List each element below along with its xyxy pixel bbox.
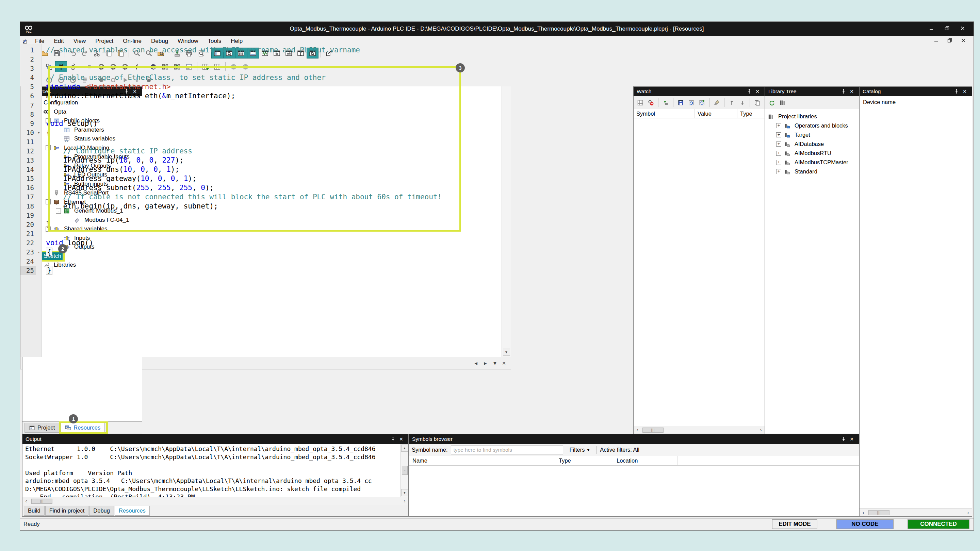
- restore-icon[interactable]: [944, 25, 950, 33]
- output-horizontal-scrollbar[interactable]: ‹ ||| ›: [22, 497, 408, 505]
- close-icon[interactable]: ✕: [848, 437, 856, 442]
- editor-vertical-scrollbar[interactable]: ▲ ▼: [501, 44, 511, 357]
- dock-tab-resources[interactable]: Resources: [60, 423, 105, 433]
- symbols-column-location[interactable]: Location: [613, 456, 678, 465]
- code-line-2[interactable]: 2: [21, 55, 501, 64]
- code-line-6[interactable]: 6arduino::EthernetClass eth(&m_netInterf…: [21, 92, 501, 101]
- move-up-button[interactable]: [727, 98, 737, 108]
- pin-icon[interactable]: [745, 89, 753, 94]
- watch-grid-button[interactable]: [635, 98, 646, 108]
- library-item-aimodbustcpmaster[interactable]: +AIModbusTCPMaster: [767, 158, 858, 167]
- minimize-icon[interactable]: [929, 25, 934, 33]
- code-line-20[interactable]: 20}: [21, 220, 501, 229]
- filters-button[interactable]: Filters ▼: [566, 446, 593, 454]
- nav-close-icon[interactable]: ✕: [502, 360, 506, 366]
- code-line-25[interactable]: 25}: [21, 266, 501, 275]
- nav-right-icon[interactable]: ►: [483, 360, 488, 366]
- fold-icon[interactable]: ▾: [36, 128, 42, 137]
- fold-icon[interactable]: ▾: [36, 248, 42, 257]
- symbol-search-input[interactable]: [451, 446, 563, 454]
- refresh-library-button[interactable]: [767, 98, 777, 108]
- code-line-21[interactable]: 21: [21, 229, 501, 238]
- code-line-5[interactable]: 5#include <PortentaEthernet.h>: [21, 82, 501, 92]
- expander-icon[interactable]: +: [776, 160, 781, 165]
- scroll-left-icon[interactable]: ‹: [859, 509, 867, 516]
- close-icon[interactable]: ✕: [961, 89, 969, 94]
- pin-icon[interactable]: [389, 437, 397, 442]
- add-symbol-button[interactable]: [660, 98, 671, 108]
- expander-icon[interactable]: +: [776, 151, 781, 156]
- symbols-column-type[interactable]: Type: [555, 456, 613, 465]
- expander-icon[interactable]: +: [776, 132, 781, 137]
- code-line-3[interactable]: 3: [21, 64, 501, 73]
- code-line-9[interactable]: 9void setup(): [21, 119, 501, 128]
- scroll-down-icon[interactable]: ▼: [401, 489, 408, 496]
- close-icon[interactable]: [960, 25, 966, 33]
- code-line-11[interactable]: 11: [21, 137, 501, 147]
- watch-column-value[interactable]: Value: [695, 109, 737, 118]
- output-tab-build[interactable]: Build: [24, 506, 45, 516]
- library-item-operators-and-blocks[interactable]: +Operators and blocks: [767, 121, 858, 130]
- output-tab-find-in-project[interactable]: Find in project: [45, 506, 89, 516]
- child-minimize-icon[interactable]: [933, 38, 939, 44]
- code-line-7[interactable]: 7: [21, 101, 501, 110]
- library-item-standard[interactable]: +Standard: [767, 167, 858, 176]
- scrollbar-thumb[interactable]: |||: [869, 510, 889, 515]
- watch-list[interactable]: [633, 118, 765, 426]
- expander-icon[interactable]: +: [776, 123, 781, 128]
- symbols-list[interactable]: [409, 465, 859, 516]
- close-icon[interactable]: ✕: [848, 89, 856, 94]
- expander-icon[interactable]: +: [776, 141, 781, 147]
- code-line-12[interactable]: 12 // Configure static IP address: [21, 147, 501, 156]
- scroll-down-icon[interactable]: ▼: [503, 349, 510, 356]
- code-line-15[interactable]: 15 IPAddress gateway(10, 0, 0, 1);: [21, 174, 501, 183]
- scroll-up-icon[interactable]: ▲: [401, 445, 408, 452]
- code-line-16[interactable]: 16 IPAddress subnet(255, 255, 255, 0);: [21, 183, 501, 192]
- clear-watchlist-button[interactable]: [711, 98, 722, 108]
- output-vertical-scrollbar[interactable]: ▲ ≡ ▼: [401, 444, 408, 497]
- output-tab-debug[interactable]: Debug: [89, 506, 114, 516]
- watch-column-symbol[interactable]: Symbol: [633, 109, 695, 118]
- child-restore-icon[interactable]: [947, 38, 953, 44]
- code-line-19[interactable]: 19: [21, 211, 501, 220]
- watch-horizontal-scrollbar[interactable]: ‹ ||| ›: [633, 426, 765, 433]
- pin-icon[interactable]: [840, 437, 848, 442]
- pin-icon[interactable]: [953, 89, 961, 94]
- scroll-right-icon[interactable]: ›: [757, 426, 765, 433]
- duplicate-watch-button[interactable]: [752, 98, 762, 108]
- scroll-right-icon[interactable]: ›: [964, 509, 972, 516]
- library-item-target[interactable]: +Target: [767, 130, 858, 140]
- reload-watchlist-add-button[interactable]: [697, 98, 707, 108]
- code-line-14[interactable]: 14 IPAddress dns(10, 0, 0, 1);: [21, 165, 501, 174]
- watch-column-type[interactable]: Type: [737, 109, 765, 118]
- code-line-8[interactable]: 8: [21, 110, 501, 119]
- scroll-right-icon[interactable]: ›: [401, 497, 408, 505]
- code-line-1[interactable]: 1// shared variables can be accessed wit…: [21, 46, 501, 55]
- expander-icon[interactable]: +: [776, 169, 781, 174]
- pin-icon[interactable]: [840, 89, 848, 94]
- catalog-horizontal-scrollbar[interactable]: ‹ ||| ›: [859, 508, 972, 516]
- dock-tab-project[interactable]: Project: [24, 423, 59, 433]
- nav-dropdown-icon[interactable]: ▼: [492, 360, 497, 366]
- library-list-button[interactable]: [777, 98, 788, 108]
- code-line-17[interactable]: 17 // If cable is not connected this wil…: [21, 192, 501, 202]
- scrollbar-thumb[interactable]: |||: [31, 499, 52, 504]
- symbols-column-name[interactable]: Name: [409, 456, 555, 465]
- code-line-13[interactable]: 13 IPAddress ip(10, 0, 0, 227);: [21, 156, 501, 165]
- code-line-23[interactable]: 23▾{: [21, 248, 501, 257]
- code-line-22[interactable]: 22void loop(): [21, 238, 501, 248]
- library-item-aimodbusrtu[interactable]: +AIModbusRTU: [767, 149, 858, 158]
- child-close-icon[interactable]: [961, 38, 966, 44]
- code-line-18[interactable]: 18 eth.begin(ip, dns, gateway, subnet);: [21, 202, 501, 211]
- no-watch-button[interactable]: [646, 98, 656, 108]
- output-tab-resources[interactable]: Resources: [115, 506, 150, 516]
- library-root[interactable]: Project libraries: [767, 112, 858, 121]
- scroll-left-icon[interactable]: ‹: [22, 497, 30, 505]
- code-line-24[interactable]: 24: [21, 257, 501, 266]
- scroll-left-icon[interactable]: ‹: [633, 426, 641, 433]
- scrollbar-thumb[interactable]: |||: [643, 427, 663, 433]
- close-icon[interactable]: ✕: [397, 437, 405, 442]
- move-down-button[interactable]: [737, 98, 748, 108]
- nav-left-icon[interactable]: ◄: [474, 360, 479, 366]
- code-editor[interactable]: 1// shared variables can be accessed wit…: [21, 44, 501, 357]
